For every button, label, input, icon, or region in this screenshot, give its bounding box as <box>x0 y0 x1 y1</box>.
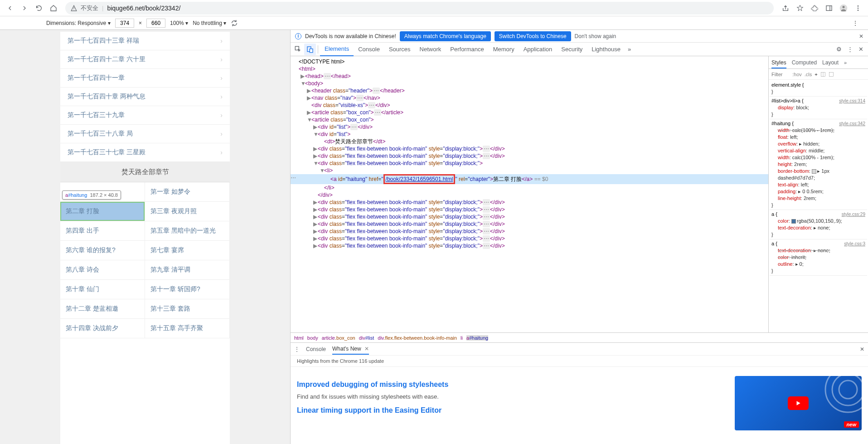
dont-show-button[interactable]: Don't show again <box>575 33 616 39</box>
chapter-cell[interactable]: 第六章 谁的报复? <box>60 241 145 260</box>
tab-elements[interactable]: Elements <box>320 43 354 56</box>
width-input[interactable] <box>115 19 134 28</box>
drawer-menu-icon[interactable]: ⋮ <box>294 346 300 352</box>
chapter-cell[interactable]: 第一章 如梦令 <box>145 182 230 202</box>
back-button[interactable] <box>4 2 16 15</box>
chapter-cell[interactable]: 第十章 仙门 <box>60 280 145 299</box>
chapter-cell[interactable]: 第四章 出手 <box>60 221 145 241</box>
inspect-icon[interactable] <box>292 44 304 55</box>
dom-line[interactable]: ▼<div id="list"> <box>291 131 768 138</box>
dom-line[interactable]: ▶<div class="flex flex-between book-info… <box>291 235 768 242</box>
dom-line[interactable]: ▼<li> <box>291 167 768 174</box>
chapter-cell[interactable]: 第三章 夜观月照 <box>145 202 230 221</box>
tab-computed[interactable]: Computed <box>792 59 817 66</box>
filter-input[interactable] <box>771 72 790 77</box>
share-icon[interactable] <box>779 2 792 15</box>
bookmark-icon[interactable] <box>794 2 806 15</box>
cls-toggle[interactable]: .cls <box>805 72 812 77</box>
breadcrumb-item[interactable]: a#haitung <box>466 335 488 341</box>
tab-sources[interactable]: Sources <box>384 43 415 56</box>
device-menu-icon[interactable]: ⋮ <box>853 20 858 26</box>
dom-line[interactable]: <!DOCTYPE html> <box>291 58 768 65</box>
chapter-cell[interactable]: 第十二章 楚蓝相邀 <box>60 299 145 319</box>
devtools-menu-icon[interactable]: ⋮ <box>844 46 856 53</box>
dom-line[interactable]: ▼<body> <box>291 80 768 87</box>
dom-line[interactable]: ▶<head>⋯</head> <box>291 73 768 80</box>
dom-line[interactable]: ▶<article class="box_con">⋯</article> <box>291 109 768 116</box>
dom-line[interactable]: <dt>焚天路全部章节</dt> <box>291 138 768 145</box>
style-rule[interactable]: a {style.css:29color: rgba(50,100,150,.9… <box>770 210 867 239</box>
dom-line[interactable]: ▶<div class="flex flex-between book-info… <box>291 242 768 249</box>
dom-line[interactable]: <div class="visible-xs">⋯</div> <box>291 102 768 109</box>
new-rule-icon[interactable]: + <box>815 72 817 77</box>
chapter-cell[interactable]: 第七章 宴席 <box>145 241 230 260</box>
close-drawer-icon[interactable]: ✕ <box>860 346 864 352</box>
chapter-item[interactable]: 第一千七百三十七章 三星殿› <box>60 143 230 162</box>
breadcrumb-item[interactable]: li <box>461 335 463 341</box>
close-tab-icon[interactable]: ✕ <box>364 346 369 352</box>
chapter-item[interactable]: 第一千七百三十八章 局› <box>60 125 230 143</box>
style-rule[interactable]: a {style.css:3text-decoration: ▸ none;co… <box>770 239 867 276</box>
breadcrumb[interactable]: htmlbodyarticle.box_condiv#listdiv.flex.… <box>291 332 868 342</box>
chapter-item[interactable]: 第一千七百四十三章 祥瑞› <box>60 32 230 50</box>
menu-icon[interactable] <box>852 2 864 15</box>
dom-line[interactable]: </li> <box>291 184 768 191</box>
match-language-button[interactable]: Always match Chrome's language <box>400 31 491 41</box>
chapter-cell[interactable]: 第二章 打脸 <box>60 202 145 221</box>
dom-line[interactable]: ▶<header class="header">⋯</header> <box>291 87 768 94</box>
dom-line[interactable]: ▶<div class="flex flex-between book-info… <box>291 199 768 206</box>
tab-console[interactable]: Console <box>306 346 326 352</box>
dom-line[interactable]: <html> <box>291 65 768 73</box>
dom-line[interactable]: ▶<div class="flex flex-between book-info… <box>291 213 768 220</box>
breadcrumb-item[interactable]: html <box>294 335 304 341</box>
dom-line[interactable]: ⋯<a id="haitung" href="/book/23342/16596… <box>291 174 768 184</box>
tab-layout[interactable]: Layout <box>822 59 839 66</box>
tab-console[interactable]: Console <box>354 43 384 56</box>
tab-memory[interactable]: Memory <box>489 43 519 56</box>
style-rule[interactable]: #haitung {style.css:342width: calc(100% … <box>770 119 867 210</box>
dom-line[interactable]: </div> <box>291 191 768 199</box>
height-input[interactable] <box>146 19 165 28</box>
close-devtools-icon[interactable]: ✕ <box>856 46 866 53</box>
tab-whats-new[interactable]: What's New ✕ <box>332 346 369 355</box>
chapter-cell[interactable]: 第九章 清平调 <box>145 260 230 280</box>
profile-icon[interactable] <box>837 2 850 15</box>
more-filter-icon[interactable] <box>829 72 834 77</box>
breadcrumb-item[interactable]: div.flex.flex-between.book-info-main <box>378 335 457 341</box>
dom-line[interactable]: ▶<div class="flex flex-between book-info… <box>291 206 768 213</box>
rotate-icon[interactable] <box>231 20 238 27</box>
chapter-item[interactable]: 第一千七百四十一章› <box>60 69 230 88</box>
dom-line[interactable]: ▶<div class="flex flex-between book-info… <box>291 228 768 235</box>
zoom-select[interactable]: 100% ▾ <box>170 20 188 26</box>
sidepanel-icon[interactable] <box>823 2 835 15</box>
style-rule[interactable]: #list>div>li>a {style.css:314display: bl… <box>770 97 867 119</box>
url-bar[interactable]: 不安全 | biquge66.net/book/23342/ <box>65 2 774 15</box>
settings-icon[interactable]: ⚙ <box>834 46 844 53</box>
tab-network[interactable]: Network <box>415 43 446 56</box>
styles-rules[interactable]: element.style {}#list>div>li>a {style.cs… <box>769 80 868 332</box>
hov-toggle[interactable]: :hov <box>792 72 802 77</box>
chapter-cell[interactable]: 第十三章 套路 <box>145 299 230 319</box>
more-tabs-icon[interactable]: » <box>625 46 634 53</box>
style-rule[interactable]: element.style {} <box>770 81 867 97</box>
chapter-cell[interactable]: 第十四章 决战前夕 <box>60 319 145 338</box>
dom-line[interactable]: ▼<div class="flex flex-between book-info… <box>291 160 768 167</box>
switch-chinese-button[interactable]: Switch DevTools to Chinese <box>495 31 571 41</box>
dom-line[interactable]: ▶<div class="flex flex-between book-info… <box>291 220 768 228</box>
tab-application[interactable]: Application <box>519 43 557 56</box>
dom-line[interactable]: ▶<div class="flex flex-between book-info… <box>291 152 768 160</box>
dom-line[interactable]: ▼<article class="box_con"> <box>291 116 768 123</box>
tab-performance[interactable]: Performance <box>446 43 488 56</box>
more-styles-tabs-icon[interactable]: » <box>844 60 847 65</box>
chapter-cell[interactable]: 第五章 黑暗中的一道光 <box>145 221 230 241</box>
chapter-cell[interactable]: 第十一章 斩国师? <box>145 280 230 299</box>
tab-security[interactable]: Security <box>557 43 587 56</box>
breadcrumb-item[interactable]: article.box_con <box>322 335 355 341</box>
chapter-cell[interactable]: 第十五章 高手齐聚 <box>145 319 230 338</box>
reload-button[interactable] <box>33 2 45 15</box>
dom-line[interactable]: ▶<nav class="nav">⋯</nav> <box>291 94 768 102</box>
extensions-icon[interactable] <box>808 2 821 15</box>
chapter-item[interactable]: 第一千七百三十九章› <box>60 106 230 125</box>
device-toggle-icon[interactable] <box>304 44 316 55</box>
breadcrumb-item[interactable]: div#list <box>359 335 374 341</box>
